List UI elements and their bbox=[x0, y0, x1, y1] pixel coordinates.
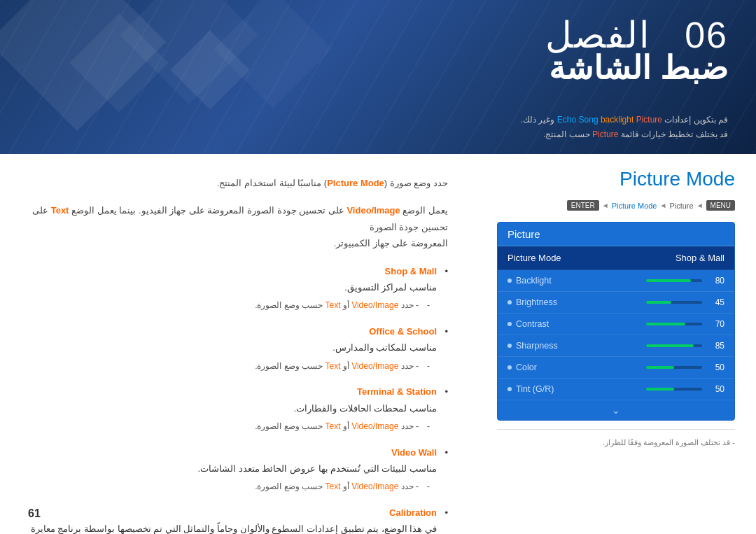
menu-button[interactable]: MENU bbox=[706, 200, 735, 211]
header-title-area: 06 الفصل ضبط الشاشة bbox=[545, 14, 728, 87]
intro-paragraph-2: يعمل الوضع Video/Image على تحسين جودة ال… bbox=[28, 202, 448, 251]
bullet-video-wall: Video Wall مناسب للبيئات التي تُستخدم به… bbox=[28, 444, 448, 495]
header-banner: 06 الفصل ضبط الشاشة قم بتكوين إعدادات Ec… bbox=[0, 0, 756, 154]
bullet-shop-mall: Shop & Mall مناسب لمراكز التسويق. - حدد … bbox=[28, 263, 448, 314]
feature-bullet-list: Shop & Mall مناسب لمراكز التسويق. - حدد … bbox=[28, 263, 448, 534]
nav-arrow-1: ◄ bbox=[602, 202, 609, 209]
slider-fill-tint bbox=[646, 388, 674, 391]
slider-dot-backlight bbox=[507, 279, 512, 283]
slider-backlight-track[interactable]: 80 bbox=[646, 276, 724, 286]
slider-fill-backlight bbox=[646, 279, 691, 282]
right-panel: Picture Mode ENTER ◄ Picture Mode ◄ Pict… bbox=[476, 154, 756, 534]
nav-picture-mode: Picture Mode bbox=[612, 202, 657, 210]
slider-track-backlight[interactable] bbox=[646, 279, 702, 282]
slider-value-sharpness: 85 bbox=[708, 341, 724, 351]
slider-backlight[interactable]: Backlight 80 bbox=[498, 270, 734, 292]
slider-sharpness[interactable]: Sharpness 85 bbox=[498, 335, 734, 357]
slider-value-color: 50 bbox=[708, 363, 724, 372]
section-title-en: Picture Mode bbox=[497, 168, 735, 190]
main-content-area: حدد وضع صورة (Picture Mode) مناسبًا لبيئ… bbox=[0, 154, 476, 534]
slider-color-label: Color bbox=[507, 363, 537, 372]
bullet-title-shop-mall: Shop & Mall bbox=[385, 266, 437, 276]
slider-tint-label: Tint (G/R) bbox=[507, 384, 554, 394]
chapter-title: ضبط الشاشة bbox=[545, 49, 728, 87]
bullet-title-videowall: Video Wall bbox=[391, 447, 437, 458]
right-divider bbox=[497, 429, 735, 430]
nav-breadcrumb: ENTER ◄ Picture Mode ◄ Picture ◄ MENU bbox=[497, 200, 735, 211]
sub-office: - حدد Video/Image أو Text حسب وضع الصورة… bbox=[28, 359, 430, 374]
slider-dot-contrast bbox=[507, 322, 512, 326]
slider-dot-color bbox=[507, 365, 512, 370]
right-footnote: - قد تختلف الصورة المعروضة وفقًا للطراز. bbox=[497, 438, 735, 447]
bullet-calibration: Calibration في هذا الوضع، يتم تطبيق إعدا… bbox=[28, 505, 448, 534]
subtitle-line1: قم بتكوين إعدادات Echo Song backlight Pi… bbox=[521, 113, 728, 127]
picture-box-header: Picture bbox=[498, 223, 734, 246]
slider-contrast-track[interactable]: 70 bbox=[646, 319, 724, 329]
bullet-title-terminal: Terminal & Station bbox=[357, 386, 437, 397]
slider-track-tint[interactable] bbox=[646, 388, 702, 391]
slider-brightness[interactable]: Brightness 45 bbox=[498, 292, 734, 314]
slider-track-color[interactable] bbox=[646, 366, 702, 369]
nav-arrow-2: ◄ bbox=[659, 202, 666, 209]
page-number: 61 bbox=[28, 507, 41, 520]
bullet-title-calibration: Calibration bbox=[389, 507, 437, 518]
slider-dot-sharpness bbox=[507, 344, 512, 348]
slider-track-sharpness[interactable] bbox=[646, 344, 702, 347]
bullet-title-office: Office & School bbox=[369, 326, 437, 337]
bullet-desc-shop-mall: مناسب لمراكز التسويق. bbox=[28, 279, 437, 295]
slider-sharpness-label: Sharpness bbox=[507, 341, 558, 351]
slider-tint-track[interactable]: 50 bbox=[646, 384, 724, 394]
arabic-content: حدد وضع صورة (Picture Mode) مناسبًا لبيئ… bbox=[28, 175, 448, 534]
slider-backlight-label: Backlight bbox=[507, 276, 552, 286]
slider-track-contrast[interactable] bbox=[646, 323, 702, 325]
bullet-desc-videowall: مناسب للبيئات التي تُستخدم بها عروض الحا… bbox=[28, 461, 437, 477]
enter-button[interactable]: ENTER bbox=[567, 200, 599, 211]
bullet-desc-calibration: في هذا الوضع، يتم تطبيق إعدادات السطوع و… bbox=[28, 521, 437, 534]
header-subtitle: قم بتكوين إعدادات Echo Song backlight Pi… bbox=[521, 113, 728, 141]
sub-shop-mall: - حدد Video/Image أو Text حسب وضع الصورة… bbox=[28, 298, 430, 314]
slider-contrast-label: Contrast bbox=[507, 319, 549, 329]
slider-contrast[interactable]: Contrast 70 bbox=[498, 314, 734, 335]
slider-value-backlight: 80 bbox=[708, 276, 724, 286]
slider-color-track[interactable]: 50 bbox=[646, 363, 724, 372]
slider-brightness-track[interactable]: 45 bbox=[646, 297, 724, 307]
slider-fill-sharpness bbox=[646, 344, 694, 347]
slider-fill-contrast bbox=[646, 323, 685, 325]
picture-settings-box: Picture Picture Mode Shop & Mall Backlig… bbox=[497, 222, 735, 421]
slider-fill-brightness bbox=[646, 301, 671, 304]
picture-mode-value: Shop & Mall bbox=[676, 253, 724, 263]
slider-value-tint: 50 bbox=[708, 384, 724, 394]
bullet-desc-office: مناسب للمكاتب والمدارس. bbox=[28, 339, 437, 356]
bullet-office-school: Office & School مناسب للمكاتب والمدارس. … bbox=[28, 323, 448, 374]
nav-arrow-3: ◄ bbox=[696, 202, 704, 209]
slider-dot-brightness bbox=[507, 300, 512, 304]
slider-tint[interactable]: Tint (G/R) 50 bbox=[498, 379, 734, 400]
slider-fill-color bbox=[646, 366, 674, 369]
slider-value-brightness: 45 bbox=[708, 297, 724, 307]
slider-track-brightness[interactable] bbox=[646, 301, 702, 304]
picture-mode-label: Picture Mode bbox=[507, 253, 561, 263]
sub-videowall: - حدد Video/Image أو Text حسب وضع الصورة… bbox=[28, 479, 430, 495]
slider-sharpness-track[interactable]: 85 bbox=[646, 341, 724, 351]
slider-value-contrast: 70 bbox=[708, 319, 724, 329]
nav-picture: Picture bbox=[669, 202, 693, 210]
bullet-desc-terminal: مناسب لمحطات الحافلات والقطارات. bbox=[28, 400, 437, 416]
bullet-terminal-station: Terminal & Station مناسب لمحطات الحافلات… bbox=[28, 384, 448, 434]
intro-paragraph-1: حدد وضع صورة (Picture Mode) مناسبًا لبيئ… bbox=[28, 175, 448, 191]
slider-brightness-label: Brightness bbox=[507, 297, 557, 307]
slider-dot-tint bbox=[507, 387, 512, 391]
subtitle-line2: قد يختلف تخطيط خيارات قائمة Picture حسب … bbox=[521, 127, 728, 141]
sub-terminal: - حدد Video/Image أو Text حسب وضع الصورة… bbox=[28, 419, 430, 435]
picture-mode-row[interactable]: Picture Mode Shop & Mall bbox=[498, 246, 734, 270]
scroll-down-indicator[interactable]: ⌄ bbox=[498, 400, 734, 420]
slider-color[interactable]: Color 50 bbox=[498, 357, 734, 379]
